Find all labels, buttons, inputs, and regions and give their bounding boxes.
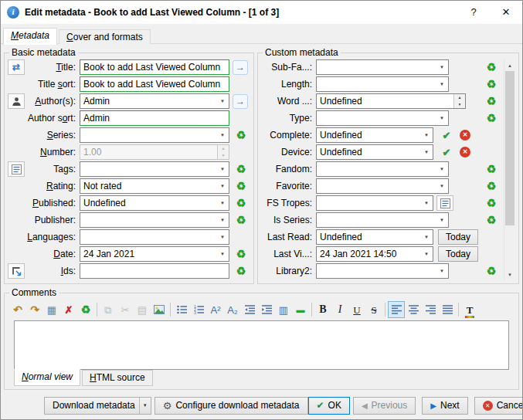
ids-input[interactable] [80,263,229,279]
last-read-today-button[interactable]: Today [438,229,478,245]
custom-metadata-scrollbar[interactable]: ▲ ▼ [504,59,515,280]
clear-fandom-button[interactable]: ♻ [483,161,500,177]
spin-down-icon[interactable]: ▼ [218,152,229,159]
device-set-no-button[interactable]: ✕ [457,144,474,160]
word-count-spinner[interactable]: Undefined ▲▼ [316,93,466,109]
align-left-button[interactable] [388,301,405,318]
last-viewed-date-picker[interactable]: 24 Jan 2021 14:50 ▼ [316,246,433,262]
close-button[interactable]: ✕ [490,1,522,24]
complete-set-no-button[interactable]: ✕ [457,127,474,143]
scroll-up-icon[interactable]: ▲ [504,59,515,71]
series-combobox[interactable]: ▼ [80,127,229,143]
tags-editor-button[interactable] [8,161,25,177]
cancel-button[interactable]: ✕ Cancel [474,397,523,415]
clear-date-button[interactable]: ♻ [233,246,250,262]
date-picker[interactable]: 24 Jan 2021 ▼ [80,246,229,262]
complete-combobox[interactable]: Undefined ▼ [316,127,433,143]
clear-published-button[interactable]: ♻ [233,195,250,211]
clear-word-count-button[interactable]: ♻ [483,93,500,109]
paste-identifier-button[interactable] [8,263,25,279]
auto-title-sort-button[interactable]: → [233,60,248,75]
auto-author-sort-button[interactable]: → [233,94,248,109]
copy-button[interactable]: ⧉ [100,301,117,318]
clear-fs-tropes-button[interactable]: ♻ [483,195,500,211]
bullet-list-button[interactable] [173,301,190,318]
clear-comments-button[interactable]: ♻ [77,301,94,318]
comments-editor[interactable] [14,320,509,370]
clear-is-series-button[interactable]: ♻ [483,212,500,228]
spin-up-icon[interactable]: ▲ [218,145,229,152]
manage-authors-button[interactable] [8,93,25,109]
authors-combobox[interactable]: Admin ▼ [80,93,229,109]
favorite-combobox[interactable]: ▼ [316,178,449,194]
last-viewed-today-button[interactable]: Today [438,246,478,262]
insert-image-button[interactable] [151,301,168,318]
align-center-button[interactable] [405,301,422,318]
length-combobox[interactable]: ▼ [316,76,449,92]
undo-button[interactable]: ↶ [9,301,26,318]
type-combobox[interactable]: ▼ [316,110,449,126]
underline-button[interactable]: U [348,301,365,318]
select-all-button[interactable]: ▦ [43,301,60,318]
fs-tropes-combobox[interactable]: ▼ [316,195,433,211]
spin-down-icon[interactable]: ▼ [454,101,465,108]
publisher-combobox[interactable]: ▼ [80,212,229,228]
last-read-date-picker[interactable]: Undefined ▼ [316,229,433,245]
scroll-down-icon[interactable]: ▼ [504,269,515,280]
chevron-down-icon[interactable]: ▼ [139,398,151,414]
clear-tags-button[interactable]: ♻ [233,161,250,177]
clear-series-button[interactable]: ♻ [233,127,250,143]
redo-button[interactable]: ↷ [26,301,43,318]
clear-library2-button[interactable]: ♻ [483,263,500,279]
remove-formatting-button[interactable]: ✗ [60,301,77,318]
author-sort-input[interactable] [80,110,229,126]
cut-button[interactable]: ✂ [117,301,134,318]
ordered-list-button[interactable]: 123 [190,301,207,318]
scrollbar-thumb[interactable] [505,71,515,225]
download-metadata-button[interactable]: Download metadata ▼ [44,397,151,415]
title-sort-input[interactable] [80,76,229,92]
tab-normal-view[interactable]: Normal view [14,369,80,386]
align-right-button[interactable] [422,301,439,318]
ok-button[interactable]: ✔ OK [308,397,350,415]
swap-title-author-button[interactable]: ⇄ [8,59,25,75]
sub-fandom-combobox[interactable]: ▼ [316,59,449,75]
previous-button[interactable]: ◀ Previous [353,397,416,415]
device-combobox[interactable]: Undefined ▼ [316,144,433,160]
italic-button[interactable]: I [331,301,348,318]
outdent-button[interactable] [241,301,258,318]
subscript-button[interactable]: A₂ [224,301,241,318]
series-number-spinner[interactable]: 1.00 ▲▼ [80,144,229,160]
clear-type-button[interactable]: ♻ [483,110,500,126]
configure-download-metadata-button[interactable]: ⚙ Configure download metadata [155,397,308,415]
tab-html-source[interactable]: HTML source [82,370,153,386]
tags-combobox[interactable]: ▼ [80,161,229,177]
paste-button[interactable]: ▤ [134,301,151,318]
indent-button[interactable] [258,301,275,318]
library2-combobox[interactable]: ▼ [316,263,449,279]
text-color-button[interactable]: T [461,301,478,318]
tab-cover-and-formats[interactable]: Cover and formats [59,29,151,44]
tab-metadata[interactable]: Metadata [3,28,57,45]
align-justify-button[interactable] [439,301,456,318]
is-series-combobox[interactable]: ▼ [316,212,449,228]
fandom-combobox[interactable]: ▼ [316,161,449,177]
help-button[interactable]: ? [457,1,490,24]
next-button[interactable]: ▶ Next [422,397,467,415]
bold-button[interactable]: B [314,301,331,318]
clear-favorite-button[interactable]: ♻ [483,178,500,194]
languages-combobox[interactable]: ▼ [80,229,229,245]
clear-sub-fandom-button[interactable]: ♻ [483,59,500,75]
rating-combobox[interactable]: Not rated ▼ [80,178,229,194]
spin-up-icon[interactable]: ▲ [454,94,465,101]
complete-set-yes-button[interactable]: ✔ [438,127,455,143]
insert-table-button[interactable]: ▥ [275,301,292,318]
insert-hr-button[interactable]: ▬ [292,301,309,318]
clear-publisher-button[interactable]: ♻ [233,212,250,228]
clear-ids-button[interactable]: ♻ [233,263,250,279]
strikethrough-button[interactable]: S [365,301,382,318]
clear-length-button[interactable]: ♻ [483,76,500,92]
published-date-picker[interactable]: Undefined ▼ [80,195,229,211]
superscript-button[interactable]: A² [207,301,224,318]
clear-rating-button[interactable]: ♻ [233,178,250,194]
